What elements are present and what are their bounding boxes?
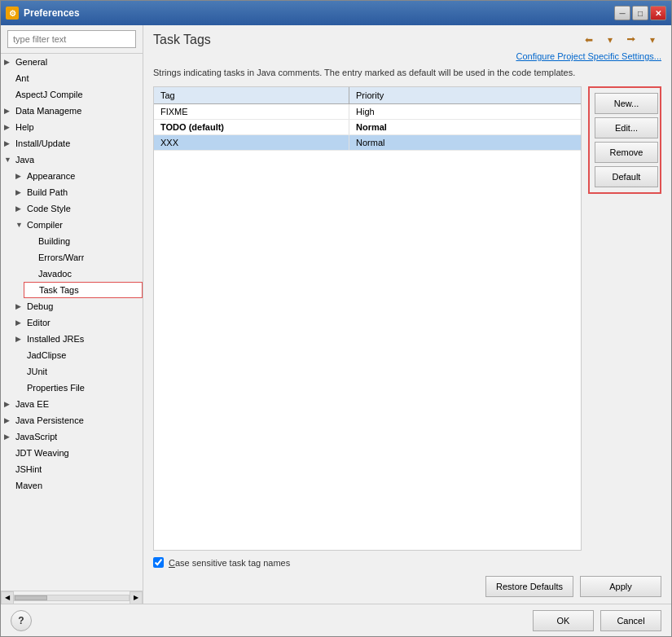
filter-input[interactable] <box>7 30 136 48</box>
sidebar-item-jdt-weaving[interactable]: JDT Weaving <box>1 445 143 461</box>
sidebar-item-label: Compiler <box>27 220 63 230</box>
sidebar-item-javascript[interactable]: ▶ JavaScript <box>1 428 143 445</box>
cell-priority: Normal <box>349 120 581 134</box>
expand-arrow: ▶ <box>15 204 27 213</box>
sidebar-item-junit[interactable]: JUnit <box>12 363 143 380</box>
minimize-button[interactable]: ─ <box>614 6 630 20</box>
sidebar-item-install-update[interactable]: ▶ Install/Update <box>1 135 143 152</box>
sidebar-item-appearance[interactable]: ▶ Appearance <box>12 168 143 184</box>
remove-button[interactable]: Remove <box>595 142 658 163</box>
preferences-window: ⚙ Preferences ─ □ ✕ ▶ General An <box>0 0 672 637</box>
default-button[interactable]: Default <box>595 166 658 187</box>
sidebar-item-java[interactable]: ▼ Java <box>1 152 143 168</box>
sidebar-item-building[interactable]: Building <box>24 233 143 249</box>
tags-table: Tag Priority FIXME High TODO (default) N… <box>153 86 582 551</box>
expand-arrow: ▶ <box>4 433 15 441</box>
expand-arrow: ▶ <box>15 188 27 196</box>
close-button[interactable]: ✕ <box>650 6 666 20</box>
maximize-button[interactable]: □ <box>632 6 648 20</box>
cell-tag: XXX <box>154 135 349 150</box>
expand-arrow: ▶ <box>15 302 27 310</box>
content-area: ▶ General Ant AspectJ Compile ▶ Data Man… <box>1 25 671 604</box>
sidebar-item-maven[interactable]: Maven <box>1 477 143 494</box>
column-tag: Tag <box>154 87 349 103</box>
ok-button[interactable]: OK <box>533 610 594 631</box>
cell-priority: Normal <box>349 135 581 150</box>
sidebar-item-jadclipse[interactable]: JadClipse <box>12 347 143 363</box>
sidebar-item-installed-jres[interactable]: ▶ Installed JREs <box>12 331 143 347</box>
sidebar-item-label: General <box>15 57 47 67</box>
sidebar-item-properties-file[interactable]: Properties File <box>12 380 143 396</box>
sidebar-item-label: Debug <box>27 301 53 311</box>
scroll-thumb[interactable] <box>15 595 47 600</box>
sidebar-item-label: Data Manageme <box>15 106 81 116</box>
edit-button[interactable]: Edit... <box>595 117 658 138</box>
new-button[interactable]: New... <box>595 93 658 114</box>
restore-defaults-button[interactable]: Restore Defaults <box>485 576 573 597</box>
sidebar-item-label: JDT Weaving <box>15 448 69 458</box>
window-icon: ⚙ <box>6 7 19 20</box>
right-panel: Task Tags ⬅ ▾ ⮕ ▾ Configure Project Spec… <box>143 25 671 604</box>
sidebar-item-label: Ant <box>15 73 29 83</box>
scroll-left-button[interactable]: ◀ <box>1 591 14 604</box>
sidebar-item-jshint[interactable]: JSHint <box>1 461 143 477</box>
sidebar-item-ant[interactable]: Ant <box>1 70 143 86</box>
cell-priority: High <box>349 104 581 119</box>
case-sensitive-checkbox[interactable] <box>153 557 164 568</box>
scroll-track <box>14 595 130 601</box>
sidebar-item-general[interactable]: ▶ General <box>1 54 143 70</box>
sidebar-item-errors-warnings[interactable]: Errors/Warr <box>24 249 143 266</box>
tree-container: ▶ General Ant AspectJ Compile ▶ Data Man… <box>1 54 143 591</box>
bottom-section: Case sensitive task tag names Restore De… <box>143 551 671 604</box>
sidebar-item-debug[interactable]: ▶ Debug <box>12 298 143 314</box>
sidebar-item-label: Properties File <box>27 383 85 393</box>
table-row[interactable]: FIXME High <box>154 104 581 120</box>
header-nav-actions: ⬅ ▾ ⮕ ▾ <box>580 32 661 48</box>
table-row[interactable]: TODO (default) Normal <box>154 120 581 135</box>
sidebar-item-label: Editor <box>27 318 51 327</box>
sidebar-item-java-ee[interactable]: ▶ Java EE <box>1 396 143 412</box>
case-sensitive-row: Case sensitive task tag names <box>153 557 661 568</box>
sidebar-item-code-style[interactable]: ▶ Code Style <box>12 200 143 217</box>
sidebar-item-help[interactable]: ▶ Help <box>1 119 143 135</box>
case-sensitive-label: Case sensitive task tag names <box>169 558 290 568</box>
filter-bar <box>1 25 143 54</box>
sidebar-item-label: Code Style <box>27 204 71 213</box>
sidebar-item-task-tags[interactable]: Task Tags <box>24 282 143 298</box>
panel-title: Task Tags <box>153 33 211 47</box>
sidebar-item-label: AspectJ Compile <box>15 90 83 99</box>
forward-button[interactable]: ⮕ <box>622 32 640 48</box>
sidebar-item-javadoc[interactable]: Javadoc <box>24 266 143 282</box>
sidebar-item-aspectj[interactable]: AspectJ Compile <box>1 86 143 103</box>
cancel-button[interactable]: Cancel <box>600 610 661 631</box>
sidebar-item-label: Javadoc <box>38 269 72 279</box>
sidebar-item-label: Help <box>15 122 34 132</box>
sidebar-item-java-persistence[interactable]: ▶ Java Persistence <box>1 412 143 428</box>
expand-arrow: ▼ <box>15 221 27 229</box>
expand-arrow: ▶ <box>4 107 15 115</box>
scroll-right-button[interactable]: ▶ <box>130 591 143 604</box>
expand-arrow: ▶ <box>4 139 15 147</box>
panel-description: Strings indicating tasks in Java comment… <box>143 66 671 86</box>
help-button[interactable]: ? <box>11 610 32 631</box>
horizontal-scrollbar[interactable]: ◀ ▶ <box>1 591 143 604</box>
back-dropdown-button[interactable]: ▾ <box>601 32 619 48</box>
apply-button[interactable]: Apply <box>580 576 661 597</box>
expand-arrow: ▶ <box>15 318 27 327</box>
title-bar: ⚙ Preferences ─ □ ✕ <box>1 1 671 25</box>
sidebar-item-data-management[interactable]: ▶ Data Manageme <box>1 103 143 119</box>
sidebar-item-label: Task Tags <box>39 285 79 295</box>
sidebar-item-label: Build Path <box>27 187 68 197</box>
configure-project-link[interactable]: Configure Project Specific Settings... <box>143 51 671 66</box>
expand-arrow: ▶ <box>15 172 27 180</box>
table-row[interactable]: XXX Normal <box>154 135 581 151</box>
window-title: Preferences <box>24 7 614 19</box>
sidebar-item-build-path[interactable]: ▶ Build Path <box>12 184 143 200</box>
sidebar-item-label: Java <box>15 155 34 165</box>
forward-dropdown-button[interactable]: ▾ <box>643 32 661 48</box>
sidebar-item-editor[interactable]: ▶ Editor <box>12 314 143 331</box>
back-button[interactable]: ⬅ <box>580 32 598 48</box>
sidebar-item-compiler[interactable]: ▼ Compiler <box>12 217 143 233</box>
sidebar-item-label: JSHint <box>15 464 42 474</box>
panel-header: Task Tags ⬅ ▾ ⮕ ▾ <box>143 25 671 51</box>
